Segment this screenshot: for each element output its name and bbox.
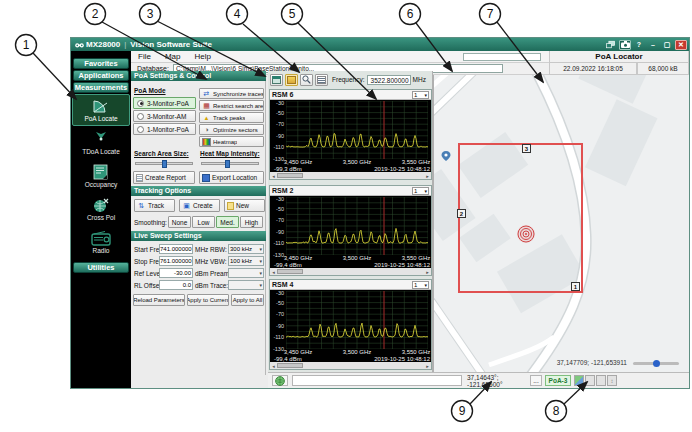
frequency-input[interactable]: 3522.800000 bbox=[367, 75, 411, 85]
chart-body: -30-50-70-90-110-1303,450 GHz3,500 GHz3,… bbox=[270, 196, 431, 267]
scroll-left-icon[interactable]: ◂ bbox=[270, 173, 277, 179]
new-button[interactable]: New bbox=[224, 199, 265, 212]
sweep-dropdown[interactable]: ▾ bbox=[228, 280, 264, 290]
export-location-button[interactable]: Export Location bbox=[199, 171, 264, 184]
help-small-button[interactable]: ↕ bbox=[607, 375, 617, 386]
minimize-button[interactable]: – bbox=[647, 40, 659, 50]
poa-mode-button[interactable]: PoA-3 bbox=[545, 375, 571, 386]
menu-item-help[interactable]: Help bbox=[187, 52, 217, 61]
track-icon bbox=[137, 202, 146, 210]
scroll-right-icon[interactable]: ▸ bbox=[424, 269, 431, 275]
sweep-value-input[interactable]: 761.000000 bbox=[159, 256, 193, 266]
scroll-right-icon[interactable]: ▸ bbox=[424, 173, 431, 179]
map-buildings bbox=[434, 75, 657, 313]
menu-item-map[interactable]: Map bbox=[158, 52, 188, 61]
help-button[interactable]: ? bbox=[633, 40, 645, 50]
sweep-dropdown[interactable]: 300 kHz▾ bbox=[228, 244, 264, 254]
poa-mode-option[interactable]: 1-Monitor-PoA bbox=[133, 123, 196, 135]
scroll-left-icon[interactable]: ◂ bbox=[270, 363, 277, 369]
optimize-icon bbox=[202, 126, 211, 134]
scroll-right-icon[interactable]: ▸ bbox=[424, 363, 431, 369]
scrollbar-thumb[interactable] bbox=[277, 269, 303, 274]
trace-selector-dropdown[interactable]: 1▾ bbox=[412, 91, 429, 99]
folder-icon bbox=[287, 76, 296, 84]
y-tick-label: -90 bbox=[270, 133, 284, 139]
trace-selector-dropdown[interactable]: 1▾ bbox=[412, 281, 429, 289]
track-button[interactable]: Track bbox=[134, 199, 175, 212]
restrict-button[interactable]: Restrict search area bbox=[199, 100, 264, 111]
window-toolbar-button[interactable] bbox=[270, 74, 283, 86]
x-tick-label: 3,550 GHz bbox=[402, 255, 431, 261]
chart-scrollbar[interactable]: ◂▸ bbox=[270, 268, 431, 275]
y-tick-label: -70 bbox=[270, 311, 284, 317]
x-tick-label: 3,550 GHz bbox=[402, 159, 431, 165]
sidebar-section-measurements[interactable]: Measurements bbox=[73, 82, 129, 93]
zoom-toolbar-button[interactable] bbox=[300, 74, 313, 86]
apply-to-all-button[interactable]: Apply to All bbox=[231, 294, 264, 306]
apply-to-current-button[interactable]: Apply to Current bbox=[187, 294, 229, 306]
chart-scrollbar[interactable]: ◂▸ bbox=[270, 362, 431, 369]
camera-button[interactable] bbox=[619, 40, 631, 50]
screens-icon bbox=[606, 41, 615, 49]
menu-item-file[interactable]: File bbox=[131, 52, 158, 61]
maximize-button[interactable]: ▢ bbox=[661, 40, 673, 50]
map-tool-button[interactable] bbox=[574, 375, 584, 386]
trackpeaks-button[interactable]: Track peaks bbox=[199, 112, 264, 123]
action-button-label: Track peaks bbox=[213, 115, 245, 121]
map-panel[interactable]: 321 37,147709; -121,653911 bbox=[433, 75, 689, 372]
heat-map-slider[interactable] bbox=[201, 162, 259, 165]
sweep-dropdown[interactable]: 100 kHz▾ bbox=[228, 256, 264, 266]
sidebar-item-occupancy[interactable]: Occupancy bbox=[72, 160, 130, 192]
sidebar-item-cross-pol[interactable]: Cross Pol bbox=[72, 193, 130, 225]
smoothing-high[interactable]: High bbox=[240, 216, 263, 228]
sidebar-item-tdoa-locate[interactable]: TDoA Locate bbox=[72, 127, 130, 159]
status-bar: 37,14643°; -121,65500° ... PoA-3 ↕ bbox=[268, 372, 689, 388]
smoothing-med[interactable]: Med. bbox=[216, 216, 239, 228]
create-report-button[interactable]: Create Report bbox=[133, 171, 195, 184]
smoothing-low[interactable]: Low bbox=[192, 216, 215, 228]
grid-disabled-button[interactable] bbox=[596, 375, 606, 386]
close-button[interactable]: ✕ bbox=[675, 40, 687, 50]
tracking-button-label: Create bbox=[193, 202, 213, 209]
chart-scrollbar[interactable]: ◂▸ bbox=[270, 172, 431, 179]
chevron-down-icon: ▾ bbox=[424, 188, 427, 194]
y-tick-label: -90 bbox=[270, 323, 284, 329]
poa-mode-option[interactable]: 3-Monitor-AM bbox=[133, 110, 196, 122]
y-tick-label: -130 bbox=[270, 346, 284, 352]
search-area-slider[interactable] bbox=[135, 162, 193, 165]
chart-panel-rsm-6: RSM 61▾-30-50-70-90-110-1303,450 GHz3,50… bbox=[269, 89, 432, 180]
sidebar-item-poa-locate[interactable]: PoA Locate bbox=[72, 94, 130, 126]
tracking-button-label: Track bbox=[148, 202, 164, 209]
reload-parameters-button[interactable]: Reload Parameters bbox=[133, 294, 185, 306]
x-tick-label: 3,450 GHz bbox=[284, 255, 313, 261]
sidebar-section-utilities[interactable]: Utilities bbox=[73, 262, 129, 273]
more-button[interactable]: ... bbox=[530, 375, 542, 386]
y-tick-label: -110 bbox=[270, 144, 284, 150]
sweep-value-input[interactable]: 0.0 bbox=[159, 280, 193, 290]
sidebar-section-favorites[interactable]: Favorites bbox=[73, 58, 129, 69]
trace-selector-dropdown[interactable]: 1▾ bbox=[412, 187, 429, 195]
scroll-left-icon[interactable]: ◂ bbox=[270, 269, 277, 275]
sync-icon bbox=[202, 90, 211, 98]
heatmap-button[interactable]: Heatmap bbox=[199, 136, 264, 147]
create-button[interactable]: Create bbox=[179, 199, 220, 212]
sync-button[interactable]: Synchronize traces bbox=[199, 88, 264, 99]
globe-button[interactable] bbox=[272, 375, 288, 386]
map-zoom-slider[interactable] bbox=[633, 362, 679, 365]
scrollbar-thumb[interactable] bbox=[277, 363, 303, 368]
sweep-value-input[interactable]: 741.000000 bbox=[159, 244, 193, 254]
smoothing-none[interactable]: None bbox=[168, 216, 191, 228]
scrollbar-thumb[interactable] bbox=[277, 173, 303, 178]
sweep-dropdown[interactable]: ▾ bbox=[228, 268, 264, 278]
radio-icon bbox=[137, 113, 144, 120]
poa-mode-option[interactable]: 3-Monitor-PoA bbox=[133, 97, 196, 109]
optimize-button[interactable]: Optimize sectors bbox=[199, 124, 264, 135]
chevron-down-icon: ▾ bbox=[259, 270, 262, 276]
svg-text:5: 5 bbox=[289, 7, 296, 21]
folder-toolbar-button[interactable] bbox=[285, 74, 298, 86]
list-toolbar-button[interactable] bbox=[315, 74, 328, 86]
sidebar-item-radio[interactable]: Radio bbox=[72, 226, 130, 258]
sweep-value-input[interactable]: -30.00 bbox=[159, 268, 193, 278]
sidebar-section-applications[interactable]: Applications bbox=[73, 70, 129, 81]
layers-disabled-button[interactable] bbox=[585, 375, 595, 386]
